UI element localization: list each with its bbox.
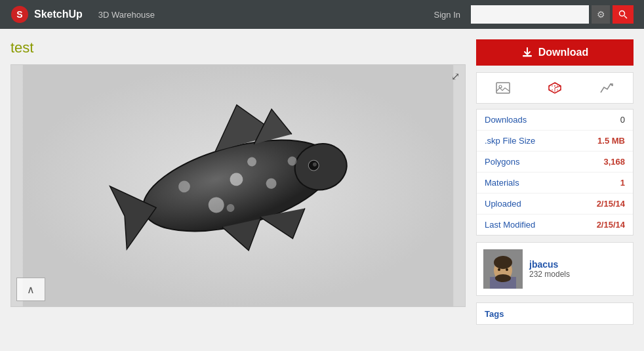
- svg-point-24: [498, 268, 500, 271]
- search-area: ⚙: [471, 5, 634, 24]
- stat-label-uploaded: Uploaded: [485, 199, 521, 209]
- stat-label-filesize: .skp File Size: [485, 136, 535, 146]
- model-viewer[interactable]: ⤢ ∧: [10, 64, 466, 307]
- header: S SketchUp 3D Warehouse Sign In ⚙: [0, 0, 644, 29]
- sketchup-logo-icon: S: [10, 5, 29, 24]
- stat-row-polygons: Polygons 3,168: [477, 152, 633, 173]
- view-tabs: [476, 72, 634, 104]
- chart-tab-icon: [599, 81, 614, 95]
- stat-label-materials: Materials: [485, 178, 519, 188]
- tab-image[interactable]: [491, 78, 515, 98]
- stat-value-polygons: 3,168: [603, 157, 625, 167]
- author-avatar: [483, 249, 523, 289]
- svg-rect-17: [496, 83, 510, 93]
- nav-link-3d-warehouse[interactable]: 3D Warehouse: [98, 10, 155, 20]
- stat-value-materials: 1: [620, 178, 625, 188]
- svg-text:S: S: [16, 9, 22, 20]
- author-panel[interactable]: jbacus 232 models: [476, 242, 634, 296]
- stat-row-materials: Materials 1: [477, 173, 633, 194]
- tab-chart[interactable]: [594, 78, 619, 98]
- author-models-count: 232 models: [529, 270, 626, 279]
- svg-point-25: [506, 268, 508, 271]
- svg-point-23: [495, 274, 511, 282]
- logo-text: SketchUp: [34, 9, 83, 20]
- stat-label-polygons: Polygons: [485, 157, 519, 167]
- left-column: test: [10, 39, 466, 325]
- expand-icon[interactable]: ⤢: [451, 70, 460, 83]
- logo-area: S SketchUp: [10, 5, 83, 24]
- author-info: jbacus 232 models: [529, 259, 626, 279]
- stat-value-filesize: 1.5 MB: [597, 136, 625, 146]
- stat-value-downloads: 0: [620, 115, 625, 125]
- stats-panel: Downloads 0 .skp File Size 1.5 MB Polygo…: [476, 109, 634, 236]
- author-avatar-image: [483, 249, 523, 289]
- search-button[interactable]: [613, 5, 634, 24]
- stat-row-lastmodified: Last Modified 2/15/14: [477, 215, 633, 235]
- model-image: [11, 65, 465, 306]
- search-icon: [618, 10, 628, 19]
- main-content: test: [0, 29, 644, 335]
- tags-label: Tags: [485, 309, 504, 319]
- image-tab-icon: [496, 81, 510, 95]
- author-name[interactable]: jbacus: [529, 259, 626, 270]
- svg-line-3: [624, 16, 627, 18]
- tags-panel: Tags: [476, 302, 634, 325]
- search-settings-button[interactable]: ⚙: [592, 5, 610, 24]
- download-button[interactable]: Download: [476, 39, 634, 66]
- sign-in-link[interactable]: Sign In: [434, 10, 460, 20]
- page-title: test: [10, 39, 466, 56]
- right-column: Download: [476, 39, 634, 325]
- scroll-top-button[interactable]: ∧: [16, 278, 45, 301]
- svg-point-2: [620, 11, 625, 16]
- download-label: Download: [538, 47, 588, 58]
- 3d-tab-icon: [548, 81, 562, 95]
- download-icon: [521, 47, 533, 58]
- stat-value-lastmodified: 2/15/14: [597, 220, 625, 230]
- stat-value-uploaded: 2/15/14: [597, 199, 625, 209]
- search-input[interactable]: [471, 5, 589, 24]
- svg-point-18: [499, 85, 502, 88]
- stat-label-downloads: Downloads: [485, 115, 527, 125]
- stat-row-filesize: .skp File Size 1.5 MB: [477, 131, 633, 152]
- stat-row-uploaded: Uploaded 2/15/14: [477, 194, 633, 215]
- svg-point-22: [494, 256, 512, 269]
- stat-label-lastmodified: Last Modified: [485, 220, 535, 230]
- stat-row-downloads: Downloads 0: [477, 110, 633, 131]
- tab-3d[interactable]: [542, 78, 567, 98]
